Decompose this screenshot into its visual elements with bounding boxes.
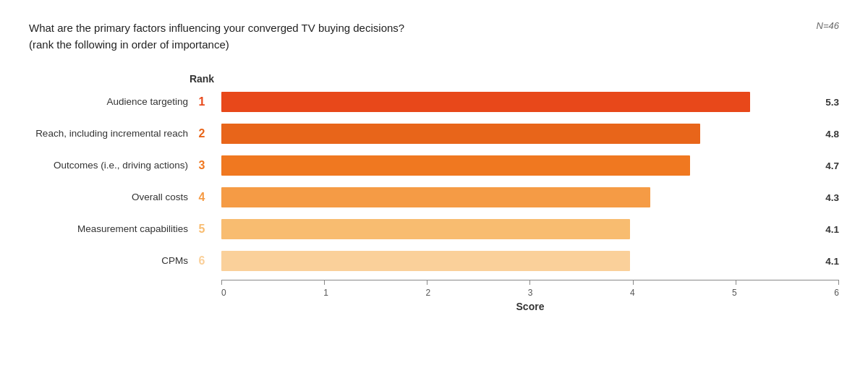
- x-tick: 4: [630, 288, 635, 298]
- bar-label-1: Reach, including incremental reach: [35, 118, 188, 150]
- n-label: N=46: [817, 20, 839, 31]
- bars-column: 5.34.84.74.34.14.10123456Score: [216, 66, 839, 312]
- bar-fill-5: [221, 251, 630, 271]
- bar-value-2: 4.7: [825, 160, 839, 171]
- x-tick: 2: [425, 288, 430, 298]
- x-ticks: 0123456: [221, 285, 839, 298]
- bar-fill-0: [221, 92, 750, 112]
- tick-mark: [427, 280, 427, 285]
- bar-track-1: [221, 124, 820, 144]
- bar-label-4: Measurement capabilities: [77, 213, 188, 245]
- bar-track-2: [221, 155, 820, 176]
- bar-track-3: [221, 187, 820, 207]
- bar-label-0: Audience targeting: [106, 86, 188, 118]
- x-tick: 3: [528, 288, 533, 298]
- question-text: What are the primary factors influencing…: [29, 20, 434, 53]
- rank-item-5: 6: [199, 245, 205, 277]
- bar-row-1: 4.8: [216, 118, 839, 150]
- bar-value-0: 5.3: [825, 97, 839, 108]
- tick-mark: [324, 280, 325, 285]
- bar-row-0: 5.3: [216, 86, 839, 118]
- bar-label-3: Overall costs: [132, 181, 188, 213]
- bar-label-5: CPMs: [161, 245, 188, 277]
- x-tick: 5: [732, 288, 737, 298]
- bar-row-2: 4.7: [216, 150, 839, 181]
- rank-column: Rank 123456: [188, 66, 216, 312]
- rank-item-3: 4: [199, 181, 205, 213]
- tick-mark: [736, 280, 736, 285]
- bar-value-4: 4.1: [825, 224, 839, 235]
- bar-row-5: 4.1: [216, 245, 839, 277]
- rank-item-0: 1: [199, 86, 205, 118]
- bar-value-5: 4.1: [825, 256, 839, 267]
- bar-fill-4: [221, 219, 630, 239]
- bars-header-spacer: [216, 66, 839, 86]
- x-tick: 1: [323, 288, 328, 298]
- bar-track-0: [221, 92, 820, 112]
- labels-column: Audience targetingReach, including incre…: [29, 66, 188, 312]
- rank-header: Rank: [190, 66, 214, 86]
- bar-track-5: [221, 251, 820, 271]
- tick-mark: [838, 280, 839, 285]
- x-tick: 6: [834, 288, 839, 298]
- bar-label-2: Outcomes (i.e., driving actions): [54, 150, 188, 181]
- bar-value-3: 4.3: [825, 192, 839, 203]
- bar-row-3: 4.3: [216, 181, 839, 213]
- tick-mark: [633, 280, 634, 285]
- tick-mark: [529, 280, 530, 285]
- bar-fill-1: [221, 124, 700, 144]
- bar-fill-3: [221, 187, 650, 207]
- bar-row-4: 4.1: [216, 213, 839, 245]
- chart-area: Audience targetingReach, including incre…: [29, 66, 839, 312]
- rank-item-1: 2: [199, 118, 205, 150]
- bar-track-4: [221, 219, 820, 239]
- tick-mark: [221, 280, 222, 285]
- bar-value-1: 4.8: [825, 129, 839, 140]
- page-container: What are the primary factors influencing…: [0, 0, 868, 373]
- rank-item-4: 5: [199, 213, 205, 245]
- bar-fill-2: [221, 155, 690, 176]
- x-axis-area: 0123456Score: [216, 280, 839, 312]
- x-axis-label: Score: [221, 301, 839, 312]
- x-tick: 0: [221, 288, 226, 298]
- rank-item-2: 3: [199, 150, 205, 181]
